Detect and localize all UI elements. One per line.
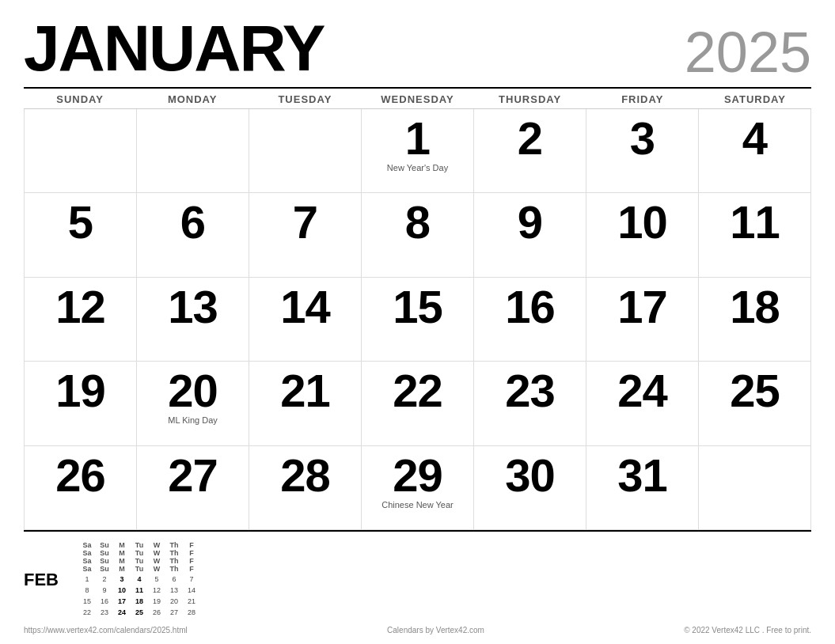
mini-day: 24 xyxy=(113,607,131,618)
mini-day: 9 xyxy=(96,585,113,596)
mini-day: 18 xyxy=(131,596,148,607)
cal-cell: 5 xyxy=(25,193,137,277)
day-number: 17 xyxy=(617,284,667,330)
mini-day-header: Th xyxy=(165,549,183,557)
day-number: 22 xyxy=(393,368,442,414)
mini-day-header: M xyxy=(113,565,131,573)
day-number: 27 xyxy=(168,453,218,498)
mini-day: 23 xyxy=(96,607,113,618)
cal-cell: 14 xyxy=(249,278,362,362)
mini-grid: 1234567891011121314151617181920212223242… xyxy=(78,574,200,618)
day-number: 21 xyxy=(280,368,330,414)
mini-day: 25 xyxy=(131,607,148,618)
day-number: 10 xyxy=(617,199,667,245)
day-number: 14 xyxy=(280,284,330,330)
cal-cell: 16 xyxy=(474,278,586,362)
cal-cell xyxy=(249,109,362,193)
mini-day-header: W xyxy=(148,549,165,557)
cal-cell: 12 xyxy=(25,278,137,362)
day-number: 13 xyxy=(168,284,218,330)
day-header-sun: SUNDAY xyxy=(24,93,136,105)
mini-day-header: W xyxy=(148,565,165,573)
mini-day-header: Sa xyxy=(78,549,96,557)
day-header-fri: FRIDAY xyxy=(586,93,699,105)
day-header-tue: TUESDAY xyxy=(249,93,361,105)
day-number: 1 xyxy=(405,116,430,161)
day-number: 25 xyxy=(730,368,780,414)
mini-day-header: M xyxy=(113,549,131,557)
calendar-container: JANUARY 2025 SUNDAY MONDAY TUESDAY WEDNE… xyxy=(0,0,835,644)
mini-day-header: F xyxy=(183,549,200,557)
header-row: JANUARY 2025 xyxy=(24,16,811,81)
mini-day-header: M xyxy=(113,557,131,565)
mini-day-header: Su xyxy=(96,541,113,549)
cal-cell: 20ML King Day xyxy=(137,362,249,445)
day-number: 7 xyxy=(293,199,317,245)
holiday-label: Chinese New Year xyxy=(381,500,454,510)
day-number: 18 xyxy=(730,284,780,330)
day-number: 31 xyxy=(617,453,667,498)
day-number: 30 xyxy=(505,453,555,498)
day-number: 5 xyxy=(68,199,93,245)
day-number: 15 xyxy=(393,284,442,330)
mini-day: 3 xyxy=(113,574,131,585)
day-header-thu: THURSDAY xyxy=(474,93,586,105)
cal-cell: 9 xyxy=(474,193,586,277)
day-number: 24 xyxy=(617,368,667,414)
cal-cell: 13 xyxy=(137,278,249,362)
mini-day: 22 xyxy=(78,607,96,618)
cal-cell: 23 xyxy=(474,362,586,445)
day-number: 3 xyxy=(630,116,655,161)
day-number: 8 xyxy=(405,199,430,245)
cal-cell: 22 xyxy=(362,362,474,445)
cal-cell: 29Chinese New Year xyxy=(362,446,474,530)
cal-cell: 28 xyxy=(249,446,362,530)
mini-day-header: Sa xyxy=(78,541,96,549)
mini-month-label: FEB xyxy=(24,570,67,590)
mini-day: 21 xyxy=(183,596,200,607)
day-header-mon: MONDAY xyxy=(136,93,249,105)
day-number: 9 xyxy=(518,199,542,245)
footer-left: https://www.vertex42.com/calendars/2025.… xyxy=(24,626,188,635)
mini-day-header: M xyxy=(113,541,131,549)
mini-day: 16 xyxy=(96,596,113,607)
mini-day: 11 xyxy=(131,585,148,596)
day-number: 20 xyxy=(168,368,218,414)
cal-cell: 11 xyxy=(699,193,811,277)
cal-cell: 4 xyxy=(699,109,811,193)
cal-cell: 10 xyxy=(586,193,699,277)
cal-cell: 1New Year's Day xyxy=(362,109,474,193)
mini-day: 15 xyxy=(78,596,96,607)
mini-day-header: Th xyxy=(165,557,183,565)
day-number: 2 xyxy=(518,116,542,161)
footer: https://www.vertex42.com/calendars/2025.… xyxy=(24,623,811,636)
mini-day-header: Tu xyxy=(131,541,148,549)
cal-cell: 15 xyxy=(362,278,474,362)
month-title: JANUARY xyxy=(24,16,324,81)
mini-day: 28 xyxy=(183,607,200,618)
cal-cell: 24 xyxy=(586,362,699,445)
footer-right: © 2022 Vertex42 LLC . Free to print. xyxy=(684,626,811,635)
mini-day: 27 xyxy=(165,607,183,618)
mini-day-header: Sa xyxy=(78,565,96,573)
mini-day-header: Tu xyxy=(131,565,148,573)
cal-cell: 27 xyxy=(137,446,249,530)
mini-day-header: Sa xyxy=(78,557,96,565)
mini-day: 19 xyxy=(148,596,165,607)
cal-cell: 3 xyxy=(586,109,699,193)
cal-cell xyxy=(137,109,249,193)
cal-cell: 17 xyxy=(586,278,699,362)
mini-day: 1 xyxy=(78,574,96,585)
mini-day: 6 xyxy=(165,574,183,585)
cal-cell: 30 xyxy=(474,446,586,530)
day-number: 28 xyxy=(280,453,330,498)
mini-day-header: W xyxy=(148,557,165,565)
cal-cell: 6 xyxy=(137,193,249,277)
mini-day: 20 xyxy=(165,596,183,607)
day-header-sat: SATURDAY xyxy=(699,93,811,105)
mini-days-header: SaSuMTuWThFSaSuMTuWThFSaSuMTuWThFSaSuMTu… xyxy=(78,541,200,573)
cal-cell: 25 xyxy=(699,362,811,445)
footer-center: Calendars by Vertex42.com xyxy=(387,626,484,635)
mini-day-header: Su xyxy=(96,549,113,557)
mini-day-header: Su xyxy=(96,557,113,565)
